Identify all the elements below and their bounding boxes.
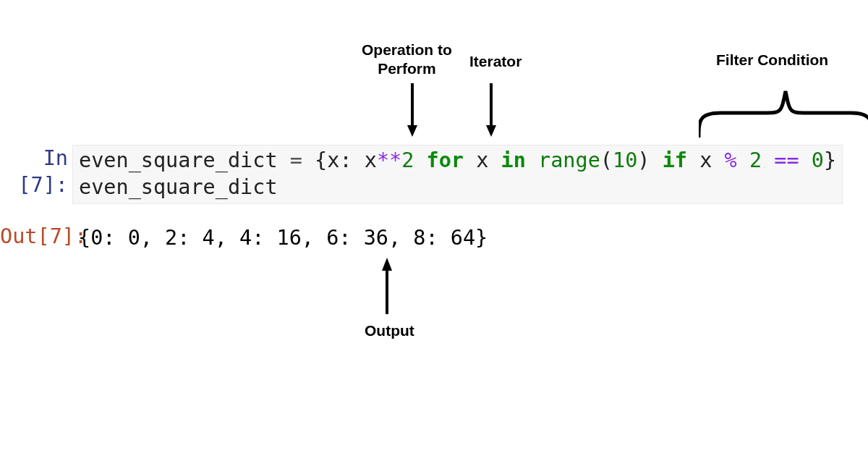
svg-marker-1 [407,125,417,137]
token-star: ** [377,148,401,172]
token-if: if [663,148,687,172]
label-output: Output [365,321,414,340]
token-in: in [501,148,526,172]
token-colon: : [339,148,364,172]
token-ten: 10 [613,148,637,172]
token-mod: % [725,148,737,172]
token-key: x [327,148,339,172]
token-range: range [538,148,600,172]
label-iterator: Iterator [469,52,522,71]
token-two2: 2 [749,148,762,172]
token-condx: x [699,148,712,172]
code-block: even_square_dict = {x: x**2 for x in ran… [72,145,843,204]
arrow-output [380,258,394,314]
token-valx: x [365,148,377,172]
token-varname: even_square_dict [79,148,278,172]
token-rpar: ) [637,148,650,172]
token-itvar: x [476,148,488,172]
token-rbrace: } [824,148,836,172]
output-text: {0: 0, 2: 4, 4: 16, 6: 36, 8: 64} [72,223,493,253]
arrow-iterator [484,83,498,137]
token-assign: = [278,148,315,172]
token-zero: 0 [812,148,824,172]
label-filter: Filter Condition [716,51,828,69]
brace-filter [699,78,868,138]
svg-marker-5 [382,258,392,271]
token-for: for [427,148,464,172]
out-prompt: Out[7]: [0,223,72,250]
code-line2: even_square_dict [79,175,278,199]
input-cell: In [7]: even_square_dict = {x: x**2 for … [0,145,843,204]
token-eqeq: == [774,148,799,172]
output-cell: Out[7]: {0: 0, 2: 4, 4: 16, 6: 36, 8: 64… [0,223,493,253]
label-operation: Operation to Perform [362,41,452,79]
arrow-operation [405,83,420,137]
token-two: 2 [401,148,414,172]
token-lbrace: { [315,148,327,172]
in-prompt: In [7]: [0,145,72,198]
svg-marker-3 [486,125,496,137]
token-lpar: ( [600,148,613,172]
